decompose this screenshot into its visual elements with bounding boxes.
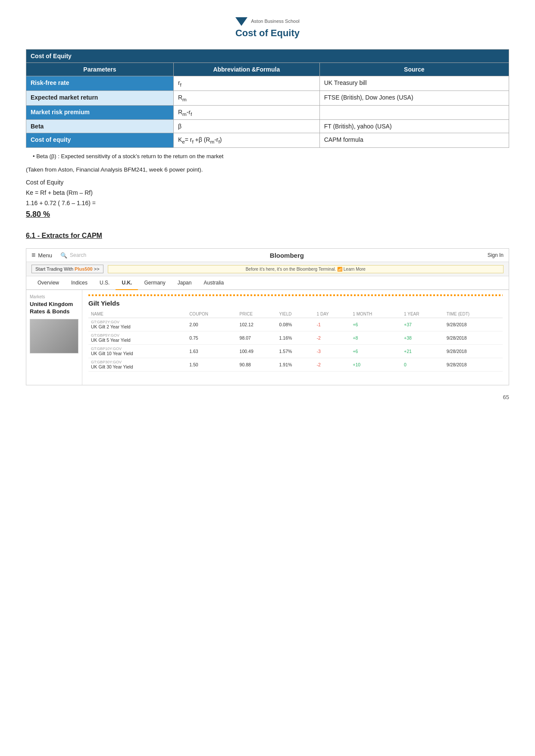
cell-yield: 0.08%: [277, 318, 314, 331]
section-heading: 6.1 - Extracts for CAPM: [26, 232, 509, 240]
hamburger-icon: ≡: [31, 251, 35, 259]
bloomberg-terminal-notice: Before it’s here, it’s on the Bloomberg …: [108, 265, 504, 273]
cell-price: 100.49: [237, 345, 277, 358]
formula-calc: 1.16 + 0.72 ( 7.6 – 1.16) =: [26, 200, 509, 206]
gilt-yields-title: Gilt Yields: [88, 300, 503, 307]
table-row: Market risk premium Rm-rf: [26, 105, 509, 120]
gilt-table-header: NAME COUPON PRICE YIELD 1 DAY 1 MONTH 1 …: [88, 310, 503, 318]
nav-item-uk[interactable]: U.K.: [116, 276, 138, 290]
table-row: Expected market return Rm FTSE (British)…: [26, 91, 509, 105]
cell-1month: +10: [350, 358, 401, 372]
table-row: Beta β FT (British), yahoo (USA): [26, 120, 509, 133]
page-main-title: Cost of Equity: [235, 28, 300, 39]
bloomberg-trading-btn[interactable]: Start Trading With Plus500 >>: [31, 265, 103, 273]
cost-of-equity-label: Cost of Equity: [26, 179, 509, 186]
row-abbrev-market-risk: Rm-rf: [173, 105, 319, 120]
sidebar-markets-label: Markets: [30, 294, 78, 299]
bloomberg-nav: Overview Indices U.S. U.K. Germany Japan…: [26, 276, 509, 290]
row-abbrev-beta: β: [173, 120, 319, 133]
bloomberg-topbar: ≡ Menu 🔍 Search Bloomberg Sign In: [26, 249, 509, 262]
col-header-source: Source: [319, 63, 509, 76]
menu-label: Menu: [38, 252, 52, 259]
cell-name: GT:GBP2Y:GOV UK Gilt 2 Year Yield: [88, 318, 187, 331]
gilt-separator: [88, 294, 503, 296]
cell-yield: 1.57%: [277, 345, 314, 358]
nav-item-australia[interactable]: Australia: [197, 276, 230, 290]
col-name: NAME: [88, 310, 187, 318]
col-1day: 1 DAY: [314, 310, 350, 318]
cell-price: 90.88: [237, 358, 277, 372]
sidebar-heading: United Kingdom Rates & Bonds: [30, 301, 78, 316]
list-item: GT:GBP10Y:GOV UK Gilt 10 Year Yield 1.63…: [88, 345, 503, 358]
cell-coupon: 0.75: [187, 331, 237, 345]
cell-name: GT:GBP10Y:GOV UK Gilt 10 Year Yield: [88, 345, 187, 358]
bloomberg-container: ≡ Menu 🔍 Search Bloomberg Sign In Start …: [26, 248, 509, 385]
search-icon: 🔍: [60, 252, 67, 259]
nav-item-us[interactable]: U.S.: [94, 276, 116, 290]
row-label-expected-market: Expected market return: [26, 91, 174, 105]
cell-1day: -2: [314, 358, 350, 372]
bloomberg-content: Gilt Yields NAME COUPON PRICE YIELD 1 DA…: [82, 290, 509, 385]
cell-yield: 1.91%: [277, 358, 314, 372]
capm-table: Cost of Equity Parameters Abbreviation &…: [26, 49, 509, 148]
cell-name: GT:GBP30Y:GOV UK Gilt 30 Year Yield: [88, 358, 187, 372]
cell-1day: -1: [314, 318, 350, 331]
col-time: TIME (EDT): [444, 310, 503, 318]
nav-item-indices[interactable]: Indices: [65, 276, 94, 290]
row-abbrev-expected-market: Rm: [173, 91, 319, 105]
row-abbrev-risk-free: rf: [173, 76, 319, 91]
table-title: Cost of Equity: [26, 50, 509, 63]
col-1year: 1 YEAR: [401, 310, 444, 318]
nav-item-overview[interactable]: Overview: [31, 276, 65, 290]
formula-ke: Ke = Rf + beta (Rm – Rf): [26, 189, 509, 196]
col-price: PRICE: [237, 310, 277, 318]
row-abbrev-cost-equity: Ke= rf +β (Rm-rf): [173, 133, 319, 148]
bloomberg-menu[interactable]: ≡ Menu 🔍 Search: [31, 251, 86, 259]
row-label-risk-free: Risk-free rate: [26, 76, 174, 91]
search-label[interactable]: Search: [70, 252, 86, 258]
cell-yield: 1.16%: [277, 331, 314, 345]
cell-coupon: 1.63: [187, 345, 237, 358]
cell-time: 9/28/2018: [444, 358, 503, 372]
col-header-abbrev: Abbreviation &Formula: [173, 63, 319, 76]
cell-price: 98.07: [237, 331, 277, 345]
cell-name: GT:GBP5Y:GOV UK Gilt 5 Year Yield: [88, 331, 187, 345]
nav-item-germany[interactable]: Germany: [138, 276, 171, 290]
row-source-expected-market: FTSE (British), Dow Jones (USA): [319, 91, 509, 105]
cell-coupon: 1.50: [187, 358, 237, 372]
list-item: GT:GBP2Y:GOV UK Gilt 2 Year Yield 2.00 1…: [88, 318, 503, 331]
cell-1day: -3: [314, 345, 350, 358]
row-source-market-risk: [319, 105, 509, 120]
logo-triangle-icon: [235, 17, 247, 26]
cell-1day: -2: [314, 331, 350, 345]
gilt-table: NAME COUPON PRICE YIELD 1 DAY 1 MONTH 1 …: [88, 310, 503, 372]
table-row: Risk-free rate rf UK Treasury bill: [26, 76, 509, 91]
logo-text: Aston Business School: [251, 19, 300, 24]
col-1month: 1 MONTH: [350, 310, 401, 318]
row-label-beta: Beta: [26, 120, 174, 133]
bloomberg-body: Markets United Kingdom Rates & Bonds Gil…: [26, 290, 509, 385]
cell-1year: +21: [401, 345, 444, 358]
bullet-note: • Beta (β) : Expected sensitivity of a s…: [33, 153, 509, 159]
nav-item-japan[interactable]: Japan: [172, 276, 198, 290]
cell-1month: +6: [350, 345, 401, 358]
row-label-market-risk: Market risk premium: [26, 105, 174, 120]
row-source-risk-free: UK Treasury bill: [319, 76, 509, 91]
bloomberg-title: Bloomberg: [270, 252, 304, 259]
result-value: 5.80 %: [26, 210, 509, 219]
bloomberg-signin[interactable]: Sign In: [488, 252, 504, 258]
sidebar-image: [30, 319, 78, 353]
page-number: 65: [26, 394, 509, 400]
row-source-beta: FT (British), yahoo (USA): [319, 120, 509, 133]
list-item: GT:GBP5Y:GOV UK Gilt 5 Year Yield 0.75 9…: [88, 331, 503, 345]
cell-price: 102.12: [237, 318, 277, 331]
list-item: GT:GBP30Y:GOV UK Gilt 30 Year Yield 1.50…: [88, 358, 503, 372]
logo-area: Aston Business School: [235, 17, 300, 26]
col-header-params: Parameters: [26, 63, 174, 76]
cell-time: 9/28/2018: [444, 318, 503, 331]
cell-time: 9/28/2018: [444, 331, 503, 345]
taken-from: (Taken from Aston, Financial Analysis BF…: [26, 166, 509, 173]
cell-1year: 0: [401, 358, 444, 372]
bloomberg-sidebar: Markets United Kingdom Rates & Bonds: [26, 290, 82, 385]
col-yield: YIELD: [277, 310, 314, 318]
